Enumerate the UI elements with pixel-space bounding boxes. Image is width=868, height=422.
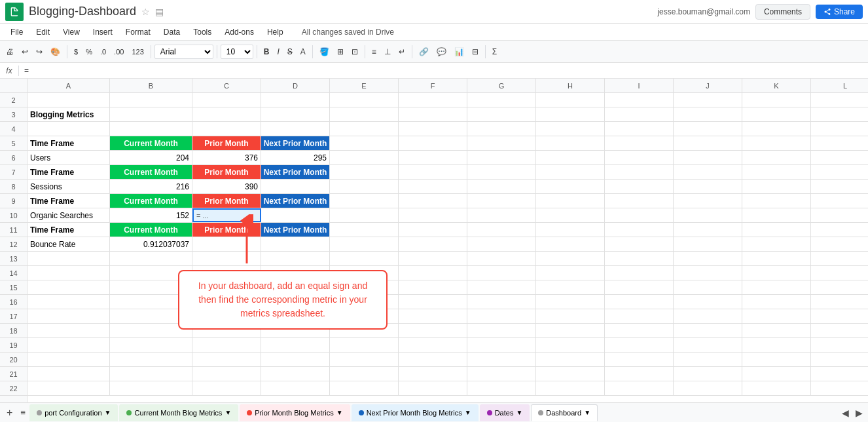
cell-d22[interactable]	[261, 381, 330, 395]
cell-i20[interactable]	[605, 353, 674, 366]
cell-f4[interactable]	[399, 122, 467, 136]
cell-b12-bounce-current[interactable]: 0.912037037	[110, 237, 192, 251]
align-left-button[interactable]: ≡	[369, 45, 380, 58]
tab-nav-left[interactable]: ◀	[839, 406, 852, 419]
menu-help[interactable]: Help	[262, 26, 289, 38]
tab-prior-month[interactable]: Prior Month Blog Metrics ▼	[240, 404, 350, 421]
cell-i22[interactable]	[605, 381, 674, 395]
strikethrough-button[interactable]: S	[284, 45, 296, 58]
cell-b3[interactable]	[110, 107, 192, 121]
cell-d21[interactable]	[261, 367, 330, 381]
cell-e3[interactable]	[330, 107, 399, 121]
cell-i12[interactable]	[605, 237, 674, 251]
cell-c6-users-prior[interactable]: 376	[192, 151, 261, 164]
menu-format[interactable]: Format	[120, 26, 156, 38]
cell-j21[interactable]	[674, 367, 742, 381]
cell-k16[interactable]	[742, 295, 811, 309]
cell-f15[interactable]	[399, 280, 467, 294]
cell-g13[interactable]	[467, 252, 536, 265]
cell-f6[interactable]	[399, 151, 467, 164]
italic-button[interactable]: I	[274, 45, 282, 58]
cell-j7[interactable]	[674, 165, 742, 179]
cell-h2[interactable]	[536, 93, 605, 107]
cell-d20[interactable]	[261, 353, 330, 366]
cell-l16[interactable]	[811, 295, 868, 309]
cell-h9[interactable]	[536, 194, 605, 208]
cell-g22[interactable]	[467, 381, 536, 395]
cell-e19[interactable]	[330, 338, 399, 352]
cell-l22[interactable]	[811, 381, 868, 395]
cell-e21[interactable]	[330, 367, 399, 381]
cell-b6-users-current[interactable]: 204	[110, 151, 192, 164]
filter-button[interactable]: ⊟	[469, 45, 482, 58]
cell-a14[interactable]	[27, 266, 110, 280]
fill-color-button[interactable]: 🪣	[316, 45, 333, 58]
cell-k6[interactable]	[742, 151, 811, 164]
cell-g20[interactable]	[467, 353, 536, 366]
cell-e10[interactable]	[330, 208, 399, 222]
cell-e22[interactable]	[330, 381, 399, 395]
cell-j15[interactable]	[674, 280, 742, 294]
star-icon[interactable]: ☆	[141, 7, 150, 17]
cell-l13[interactable]	[811, 252, 868, 265]
cell-a2[interactable]	[27, 93, 110, 107]
cell-l15[interactable]	[811, 280, 868, 294]
cell-a4[interactable]	[27, 122, 110, 136]
cell-g19[interactable]	[467, 338, 536, 352]
tab-dropdown-prior[interactable]: ▼	[336, 409, 343, 416]
cell-f19[interactable]	[399, 338, 467, 352]
cell-d2[interactable]	[261, 93, 330, 107]
cell-i4[interactable]	[605, 122, 674, 136]
cell-g11[interactable]	[467, 223, 536, 237]
cell-i14[interactable]	[605, 266, 674, 280]
menu-file[interactable]: File	[5, 26, 28, 38]
cell-g3[interactable]	[467, 107, 536, 121]
cell-f12[interactable]	[399, 237, 467, 251]
number-format-button[interactable]: 123	[128, 46, 147, 58]
cell-l7[interactable]	[811, 165, 868, 179]
cell-d6-users-next-prior[interactable]: 295	[261, 151, 330, 164]
cell-k14[interactable]	[742, 266, 811, 280]
cell-l5[interactable]	[811, 136, 868, 150]
cell-j5[interactable]	[674, 136, 742, 150]
cell-e9[interactable]	[330, 194, 399, 208]
cell-k8[interactable]	[742, 180, 811, 193]
cell-e7[interactable]	[330, 165, 399, 179]
cell-b2[interactable]	[110, 93, 192, 107]
bold-button[interactable]: B	[261, 45, 273, 58]
cell-g21[interactable]	[467, 367, 536, 381]
cell-a20[interactable]	[27, 353, 110, 366]
cell-c3[interactable]	[192, 107, 261, 121]
cell-k5[interactable]	[742, 136, 811, 150]
cell-a18[interactable]	[27, 324, 110, 337]
align-bottom-button[interactable]: ⊥	[381, 45, 394, 58]
cell-g9[interactable]	[467, 194, 536, 208]
tab-dropdown-dashboard[interactable]: ▼	[584, 409, 590, 416]
cell-a11-timeframe[interactable]: Time Frame	[27, 223, 110, 237]
cell-h3[interactable]	[536, 107, 605, 121]
cell-a15[interactable]	[27, 280, 110, 294]
cell-h20[interactable]	[536, 353, 605, 366]
tab-dropdown-current[interactable]: ▼	[225, 409, 231, 416]
cell-a5-timeframe[interactable]: Time Frame	[27, 136, 110, 150]
cell-i7[interactable]	[605, 165, 674, 179]
cell-k17[interactable]	[742, 309, 811, 323]
cell-j6[interactable]	[674, 151, 742, 164]
cell-a3[interactable]: Blogging Metrics	[27, 107, 110, 121]
cell-k22[interactable]	[742, 381, 811, 395]
cell-a12-bounce-rate[interactable]: Bounce Rate	[27, 237, 110, 251]
cell-d7-next-prior-month[interactable]: Next Prior Month	[261, 165, 330, 179]
cell-f7[interactable]	[399, 165, 467, 179]
cell-f16[interactable]	[399, 295, 467, 309]
cell-f14[interactable]	[399, 266, 467, 280]
percent-button[interactable]: %	[82, 46, 96, 58]
share-button[interactable]: Share	[816, 5, 863, 19]
menu-tools[interactable]: Tools	[188, 26, 217, 38]
cell-f11[interactable]	[399, 223, 467, 237]
cell-a21[interactable]	[27, 367, 110, 381]
cell-j20[interactable]	[674, 353, 742, 366]
cell-l2[interactable]	[811, 93, 868, 107]
cell-l17[interactable]	[811, 309, 868, 323]
cell-j14[interactable]	[674, 266, 742, 280]
cell-f9[interactable]	[399, 194, 467, 208]
